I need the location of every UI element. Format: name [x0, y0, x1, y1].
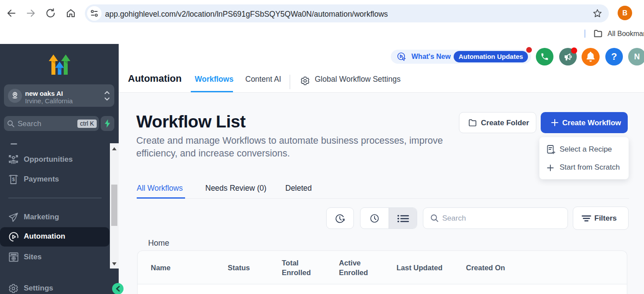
svg-text:$: $	[12, 177, 15, 182]
